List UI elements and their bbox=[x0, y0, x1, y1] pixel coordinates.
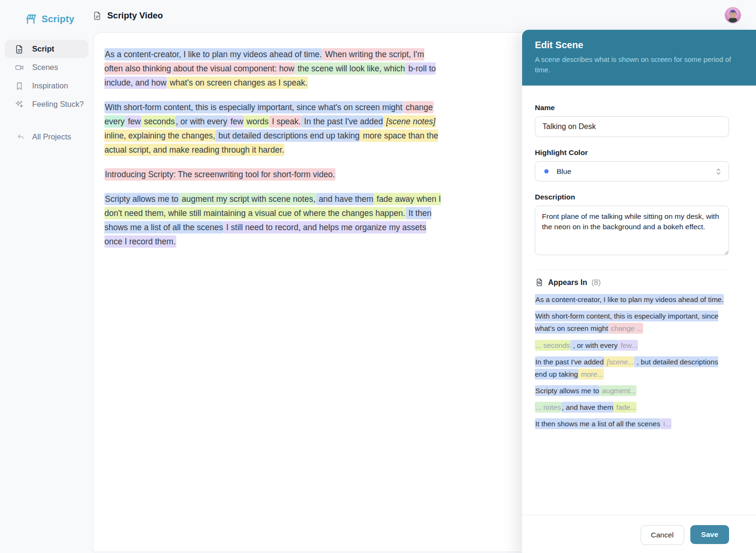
scene-highlight-lime[interactable]: words bbox=[244, 115, 269, 128]
save-button[interactable]: Save bbox=[690, 525, 729, 544]
script-editor[interactable]: As a content-creator, I like to plan my … bbox=[104, 47, 442, 249]
sidebar-item-label: Inspiration bbox=[32, 81, 68, 90]
appears-in-item[interactable]: It then shows me a list of all the scene… bbox=[535, 418, 729, 430]
script-paragraph[interactable]: Introducing Scripty: The screenwriting t… bbox=[104, 167, 442, 181]
app-name: Scripty bbox=[42, 14, 74, 25]
scene-highlight-yellow[interactable]: more... bbox=[578, 369, 603, 380]
scene-highlight-green[interactable]: augment my script with scene notes, bbox=[179, 193, 316, 205]
scene-highlight-green[interactable]: ... notes bbox=[535, 402, 561, 413]
sparkles-icon bbox=[15, 100, 24, 109]
panel-footer: Cancel Save bbox=[522, 515, 756, 553]
sidebar-item-label: Scenes bbox=[32, 63, 58, 72]
section-divider bbox=[535, 269, 729, 270]
script-paragraph[interactable]: With short-form content, this is especia… bbox=[104, 100, 442, 157]
scene-highlight-lime[interactable]: seconds bbox=[141, 115, 175, 128]
highlight-color-select[interactable]: Blue bbox=[535, 161, 729, 181]
scene-highlight-blue[interactable]: It then shows me a list of all the scene… bbox=[535, 418, 661, 429]
scene-highlight-pink[interactable]: change bbox=[403, 101, 433, 113]
appears-in-item[interactable]: In the past I've added [scene... , but d… bbox=[535, 356, 729, 380]
scene-highlight-blue[interactable]: In the past I've added bbox=[535, 356, 604, 367]
highlight-color-value: Blue bbox=[557, 167, 715, 176]
appears-in-list: As a content-creator, I like to plan my … bbox=[535, 294, 729, 430]
breadcrumb: Scripty Video bbox=[93, 10, 163, 21]
back-arrow-icon bbox=[15, 132, 24, 142]
scene-description-textarea[interactable]: Front plane of me talking while sitting … bbox=[535, 206, 729, 255]
cancel-button[interactable]: Cancel bbox=[641, 525, 684, 545]
scene-highlight-blue[interactable]: As a content-creator, I like to plan my … bbox=[104, 48, 322, 60]
panel-subtitle: A scene describes what is shown on scree… bbox=[535, 54, 737, 75]
scene-highlight-green[interactable]: the scene will look like, which bbox=[295, 62, 405, 75]
appears-in-count: (8) bbox=[592, 278, 601, 287]
color-dot bbox=[544, 169, 549, 173]
document-icon bbox=[15, 44, 24, 54]
name-label: Name bbox=[535, 104, 729, 112]
chevron-up-down-icon bbox=[715, 167, 722, 176]
scene-highlight-lavender[interactable]: few bbox=[228, 115, 244, 128]
appears-in-item[interactable]: With short-form content, this is especia… bbox=[535, 310, 729, 335]
sidebar-item-label: Feeling Stuck? bbox=[32, 100, 84, 109]
panel-title: Edit Scene bbox=[535, 40, 737, 51]
scene-highlight-blue[interactable]: In the past I've added bbox=[301, 115, 384, 128]
scene-highlight-blue[interactable]: Scripty allows me to bbox=[535, 385, 600, 396]
bookmark-icon bbox=[15, 81, 24, 91]
scene-highlight-blue[interactable]: but detailed descriptions end up taking bbox=[215, 130, 360, 142]
scene-highlight-pink[interactable]: I speak. bbox=[269, 115, 301, 128]
scene-highlight-blue[interactable]: As a content-creator, I like to plan my … bbox=[535, 294, 724, 305]
sidebar-item-scenes[interactable]: Scenes bbox=[5, 58, 88, 77]
sidebar-item-inspiration[interactable]: Inspiration bbox=[5, 77, 88, 95]
sidebar-nav: Script Scenes Inspiration Feeling Stuck? bbox=[5, 40, 88, 113]
edit-scene-header: Edit Scene A scene describes what is sho… bbox=[522, 30, 756, 86]
appears-in-item[interactable]: Scripty allows me to augment... bbox=[535, 385, 729, 397]
scene-highlight-lavender[interactable]: few bbox=[125, 115, 141, 128]
scene-highlight-blue[interactable]: , or with every bbox=[175, 115, 228, 128]
scene-highlight-lime[interactable]: fade... bbox=[614, 402, 636, 413]
page-title: Scripty Video bbox=[107, 10, 163, 21]
sidebar-item-label: Script bbox=[32, 44, 54, 53]
scene-highlight-blue[interactable]: and have them bbox=[316, 193, 374, 205]
avatar[interactable] bbox=[725, 7, 741, 23]
video-camera-icon bbox=[15, 63, 24, 72]
appears-in-item[interactable]: ... notes, and have them fade... bbox=[535, 401, 729, 414]
app-logo[interactable]: Scripty bbox=[25, 13, 74, 26]
scene-highlight-lavender[interactable]: few... bbox=[618, 340, 638, 351]
sidebar-item-script[interactable]: Script bbox=[5, 40, 88, 58]
scene-highlight-blue[interactable]: , or with every bbox=[570, 340, 618, 351]
script-paragraph[interactable]: Scripty allows me to augment my script w… bbox=[104, 192, 442, 249]
scene-highlight-yellow[interactable]: what's on screen changes as I speak. bbox=[167, 77, 308, 89]
marquee-logo-icon bbox=[25, 13, 37, 26]
scene-highlight-blue[interactable]: , and have them bbox=[561, 402, 614, 413]
document-icon bbox=[93, 11, 102, 20]
scene-highlight-blue[interactable]: With short-form content, this is especia… bbox=[104, 101, 403, 113]
scene-name-input[interactable] bbox=[535, 116, 729, 137]
scene-highlight-lavender[interactable]: I... bbox=[661, 418, 671, 429]
scene-highlight-green[interactable]: augment... bbox=[600, 385, 636, 396]
document-search-icon bbox=[535, 278, 544, 287]
scene-highlight-yellow[interactable]: [scene... bbox=[604, 356, 635, 367]
description-label: Description bbox=[535, 193, 729, 201]
scene-highlight-yellow[interactable]: [scene notes] bbox=[383, 115, 436, 128]
scene-highlight-blue[interactable]: Scripty allows me to bbox=[104, 193, 179, 205]
sidebar-item-all-projects[interactable]: All Projects bbox=[5, 128, 88, 146]
highlight-color-label: Highlight Color bbox=[535, 148, 729, 157]
appears-in-label: Appears In bbox=[548, 278, 587, 287]
sidebar-item-feeling-stuck[interactable]: Feeling Stuck? bbox=[5, 95, 88, 113]
scene-highlight-pink[interactable]: Introducing Scripty: The screenwriting t… bbox=[104, 168, 335, 181]
scene-highlight-lime[interactable]: ... seconds bbox=[535, 340, 570, 351]
edit-scene-panel: Edit Scene A scene describes what is sho… bbox=[522, 30, 756, 553]
script-paragraph[interactable]: As a content-creator, I like to plan my … bbox=[104, 47, 442, 90]
scene-highlight-pink[interactable]: change ... bbox=[609, 323, 643, 334]
appears-in-item[interactable]: ... seconds , or with every few... bbox=[535, 339, 729, 352]
sidebar-item-label: All Projects bbox=[32, 132, 71, 141]
appears-in-item[interactable]: As a content-creator, I like to plan my … bbox=[535, 294, 729, 306]
